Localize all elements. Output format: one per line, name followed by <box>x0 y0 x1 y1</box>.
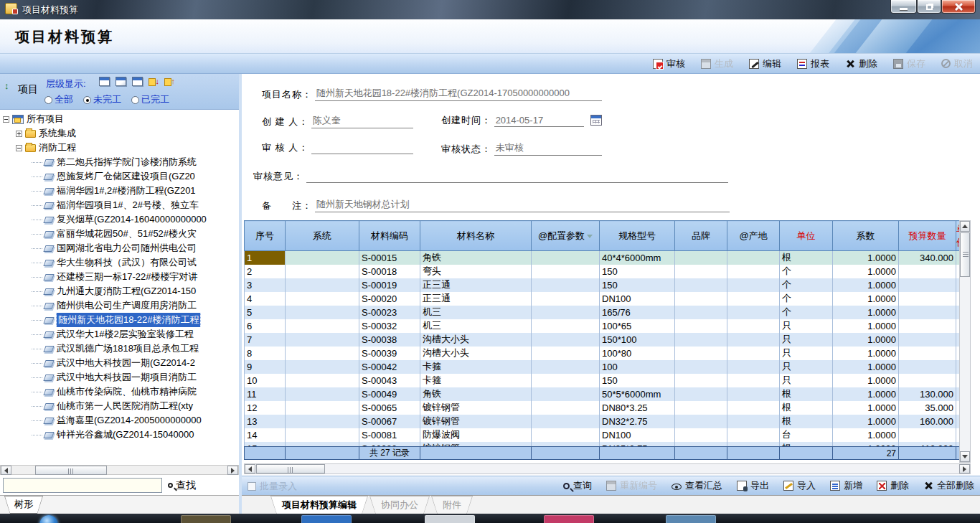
creator-field[interactable]: 陈义奎 <box>311 114 413 128</box>
table-row[interactable]: 6S-00032机三100*65只1.0000 <box>245 319 960 333</box>
tree-project-1[interactable]: 恩施复烤厂仓储区建设项目(GZ20 <box>0 169 239 184</box>
level-two-icon[interactable] <box>116 77 126 86</box>
scroll-thumb[interactable] <box>35 466 107 475</box>
tree-horizontal-scrollbar[interactable] <box>0 465 239 475</box>
table-row[interactable]: 13S-00067镀锌钢管DN32*2.75根1.0000160.000 <box>245 415 960 428</box>
column-header-0[interactable]: 序号 <box>245 221 286 251</box>
scroll-thumb[interactable] <box>960 232 970 277</box>
table-add-button[interactable]: 新增 <box>830 479 862 492</box>
table-row[interactable]: 10S-00043卡箍150只1.0000 <box>245 374 960 387</box>
table-row[interactable]: 7S-00038沟槽大小头150*100只1.0000 <box>245 333 960 347</box>
tree-project-6[interactable]: 国网湖北省电力公司随州供电公司 <box>0 241 239 255</box>
filter-finished[interactable]: 已完工 <box>131 93 169 106</box>
tree-project-5[interactable]: 富丽华城花园50#、51#52#楼火灾 <box>0 227 239 241</box>
minimize-button[interactable] <box>890 0 917 14</box>
table-query-button[interactable]: 查询 <box>563 479 592 492</box>
restore-button[interactable] <box>917 0 941 14</box>
tree-project-10[interactable]: 随州供电公司生产调度用房消防工 <box>0 298 239 313</box>
sort-ascending-icon[interactable]: ↑ <box>164 77 174 86</box>
table-row[interactable]: 3S-00019正三通150个1.0000 <box>245 278 960 292</box>
tree-project-11[interactable]: 随州新天地花园18-22#楼消防工程 <box>0 313 239 327</box>
calendar-icon[interactable] <box>590 115 602 126</box>
table-row[interactable]: 14S-00081防爆波阀DN100台1.0000 <box>245 428 960 442</box>
scroll-right-button[interactable] <box>959 464 970 473</box>
taskbar-item[interactable] <box>544 515 594 523</box>
tree-project-8[interactable]: 还建楼三期一标17-22#楼楼宇对讲 <box>0 270 239 284</box>
auditor-field[interactable] <box>311 153 413 154</box>
tree-project-14[interactable]: 武汉中地大科技园一期(GZ2014-2 <box>0 356 239 370</box>
table-export-button[interactable]: 导出 <box>737 479 769 492</box>
column-header-1[interactable]: 系统 <box>286 221 359 251</box>
find-button[interactable]: 查找 <box>168 479 196 492</box>
tab-attachments[interactable]: 附件 <box>431 496 473 515</box>
table-row[interactable]: 11S-00049角铁50*5*6000mm根1.0000130.000 <box>245 387 960 401</box>
tab-collaboration[interactable]: 协同办公 <box>369 496 430 515</box>
column-header-5[interactable]: 规格型号 <box>600 221 675 251</box>
column-header-7[interactable]: @产地 <box>727 221 780 251</box>
tree-project-9[interactable]: 九州通大厦消防工程(GZ2014-150 <box>0 284 239 298</box>
table-row[interactable]: 1S-00015角铁40*4*6000mm根1.0000340.000 <box>245 251 960 265</box>
start-button[interactable] <box>39 515 58 523</box>
batch-entry-checkbox[interactable]: 批量录入 <box>248 480 297 493</box>
create-time-field[interactable]: 2014-05-17 <box>494 115 584 127</box>
table-delete-all-button[interactable]: 全部删除 <box>923 479 974 492</box>
tree-project-12[interactable]: 武汉华大1#楼2层实验室装修工程 <box>0 327 239 341</box>
column-header-9[interactable]: 系数 <box>833 221 899 251</box>
table-row[interactable]: 9S-00042卡箍100只1.0000 <box>245 360 960 374</box>
collapse-icon[interactable] <box>16 145 22 151</box>
scroll-left-button[interactable] <box>1 466 11 475</box>
column-header-6[interactable]: 品牌 <box>675 221 727 251</box>
level-all-icon[interactable] <box>132 77 143 86</box>
tab-budget-edit[interactable]: 项目材料预算编辑 <box>270 496 368 515</box>
table-summary-button[interactable]: 查看汇总 <box>672 479 722 492</box>
tree-project-18[interactable]: 益海嘉里(GZ2014-2005000000000 <box>0 413 239 428</box>
table-vertical-scrollbar[interactable] <box>959 220 971 463</box>
table-row[interactable]: 5S-00023机三165/76个1.0000 <box>245 306 960 319</box>
tree-project-2[interactable]: 福润华园1#,2#楼消防工程(GZ201 <box>0 184 239 198</box>
tree-project-3[interactable]: 福润华园项目1#、2#号楼、独立车 <box>0 198 239 212</box>
scroll-left-button[interactable] <box>245 464 255 473</box>
table-horizontal-scrollbar[interactable] <box>244 463 971 474</box>
scroll-thumb[interactable] <box>256 464 325 473</box>
table-row[interactable]: 4S-00020正三通DN100个1.0000 <box>245 292 960 306</box>
column-header-4[interactable]: @配置参数 <box>532 221 600 251</box>
tree-project-15[interactable]: 武汉中地大科技园一期项目消防工 <box>0 370 239 385</box>
column-header-8[interactable]: 单位 <box>780 221 833 251</box>
expand-icon[interactable] <box>16 131 22 137</box>
refresh-icon[interactable]: ↕ <box>4 80 9 91</box>
filter-all[interactable]: 全部 <box>44 93 73 106</box>
tree-project-13[interactable]: 武汉凯德广场1818项目总承包工程 <box>0 341 239 356</box>
close-button[interactable] <box>941 0 976 14</box>
edit-button[interactable]: 编辑 <box>749 57 781 70</box>
filter-unfinished[interactable]: 未完工 <box>83 93 121 106</box>
taskbar-item[interactable] <box>181 515 231 523</box>
audit-button[interactable]: 审核 <box>653 57 685 70</box>
search-input[interactable] <box>3 478 162 493</box>
column-header-10[interactable]: 预算数量 <box>899 221 956 251</box>
tree-project-19[interactable]: 钟祥光谷鑫城(GZ2014-15040000 <box>0 428 239 442</box>
table-delete-row-button[interactable]: 删除 <box>877 479 909 492</box>
column-header-2[interactable]: 材料编码 <box>359 221 420 251</box>
scroll-down-button[interactable] <box>960 451 970 462</box>
scroll-up-button[interactable] <box>960 221 970 232</box>
table-import-button[interactable]: 导入 <box>783 479 816 492</box>
tree-folder-1[interactable]: 消防工程 <box>0 141 239 155</box>
table-row[interactable]: 8S-00039沟槽大小头100*80只1.0000 <box>245 347 960 360</box>
sort-descending-icon[interactable]: ↓ <box>149 77 159 86</box>
tree-project-4[interactable]: 复兴烟草(GZ2014-16040000000000 <box>0 212 239 227</box>
tree-project-17[interactable]: 仙桃市第一人民医院消防工程(xty <box>0 399 239 413</box>
scroll-right-button[interactable] <box>227 466 238 475</box>
taskbar-item[interactable] <box>301 515 352 523</box>
taskbar-item[interactable] <box>666 515 716 523</box>
windows-taskbar[interactable] <box>0 514 980 523</box>
level-one-icon[interactable] <box>99 77 110 86</box>
tree-folder-0[interactable]: 系统集成 <box>0 126 239 141</box>
table-row[interactable]: 12S-00065镀锌钢管DN80*3.25根1.000035.000 <box>245 401 960 415</box>
collapse-icon[interactable] <box>3 116 9 123</box>
table-row[interactable]: 2S-00018弯头150个1.0000 <box>245 265 960 278</box>
tree-root-all-projects[interactable]: 所有项目 <box>0 112 239 126</box>
taskbar-item[interactable] <box>425 515 475 523</box>
report-button[interactable]: 报表 <box>797 57 829 70</box>
tree-project-7[interactable]: 华大生物科技（武汉）有限公司试 <box>0 255 239 270</box>
remark-field[interactable]: 随州新天地钢材总计划 <box>315 198 730 212</box>
